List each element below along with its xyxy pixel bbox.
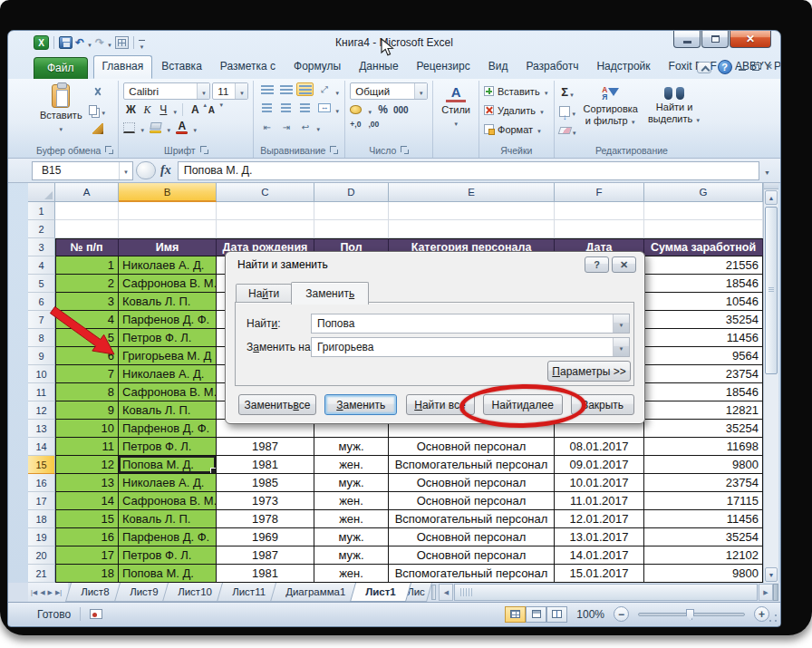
cell-G4[interactable]: 21556 [644, 256, 763, 275]
zoom-slider[interactable] [638, 613, 745, 616]
align-center-button[interactable] [277, 101, 295, 114]
cell-G9[interactable]: 9564 [644, 347, 763, 365]
page-layout-view-button[interactable] [526, 606, 546, 623]
italic-button[interactable]: К [140, 102, 154, 117]
row-header-5[interactable]: 5 [28, 275, 55, 293]
column-header-B[interactable]: B [119, 183, 217, 202]
cell-D19[interactable]: муж. [314, 528, 389, 546]
borders-icon[interactable] [123, 122, 135, 133]
help-icon[interactable] [718, 60, 732, 74]
column-header-G[interactable]: G [644, 183, 763, 202]
hscroll-right-icon[interactable] [759, 584, 773, 601]
row-header-17[interactable]: 17 [28, 492, 55, 510]
cell-E14[interactable]: Основной персонал [389, 438, 555, 456]
cell-B11[interactable]: Сафронова В. М. [119, 383, 217, 401]
dialog-close-button[interactable]: ✕ [612, 256, 636, 273]
cell-A1[interactable] [55, 202, 119, 220]
button-Найти все[interactable]: Найти все [406, 394, 475, 415]
tab-Надстройк[interactable]: Надстройк [587, 55, 659, 79]
wrap-text-button[interactable] [296, 119, 314, 132]
select-all-corner[interactable] [28, 183, 55, 202]
cell-D1[interactable] [314, 202, 389, 220]
tab-Рецензирс[interactable]: Рецензирс [408, 55, 479, 79]
tab-Вид[interactable]: Вид [479, 55, 517, 79]
row-header-2[interactable]: 2 [28, 220, 55, 238]
cell-A17[interactable]: 14 [55, 492, 119, 510]
horizontal-split-handle[interactable] [773, 584, 778, 601]
format-cells-button[interactable]: Формат [484, 121, 549, 138]
cell-B21[interactable]: Попова М. Д. [119, 565, 217, 583]
excel-logo-icon[interactable] [34, 35, 49, 50]
align-bottom-button[interactable] [296, 82, 314, 96]
cell-F14[interactable]: 08.01.2017 [555, 438, 644, 456]
cell-B16[interactable]: Николаев А. Д. [119, 474, 217, 492]
cell-A19[interactable]: 16 [55, 528, 119, 546]
cell-B18[interactable]: Коваль Л. П. [119, 510, 217, 528]
name-box[interactable]: B15 [32, 161, 133, 180]
underline-dropdown-icon[interactable] [172, 102, 178, 118]
zoom-level[interactable]: 100% [576, 608, 604, 621]
cell-C19[interactable]: 1969 [217, 528, 314, 546]
fill-button[interactable] [559, 103, 577, 119]
styles-button[interactable]: А Стили [438, 82, 474, 130]
cell-B6[interactable]: Коваль Л. П. [119, 293, 217, 311]
row-header-3[interactable]: 3 [28, 238, 55, 256]
cell-F17[interactable]: 11.01.2017 [555, 492, 644, 510]
cell-G11[interactable]: 18546 [644, 383, 763, 401]
row-header-15[interactable]: 15 [28, 456, 55, 474]
underline-button[interactable]: Ч [156, 102, 170, 117]
cell-C21[interactable]: 1981 [217, 565, 314, 583]
mini-close-icon[interactable] [766, 63, 773, 72]
merge-center-button[interactable] [315, 101, 333, 114]
column-header-D[interactable]: D [314, 183, 389, 202]
clipboard-dialog-launcher-icon[interactable] [105, 146, 113, 154]
row-header-4[interactable]: 4 [28, 256, 55, 275]
row-header-16[interactable]: 16 [28, 474, 55, 492]
vertical-scroll-thumb[interactable] [765, 207, 778, 374]
toolbar-dropdown-icon[interactable] [139, 37, 145, 49]
cell-G12[interactable]: 12821 [644, 401, 763, 420]
horizontal-scroll-thumb[interactable] [454, 584, 758, 601]
cell-G8[interactable]: 11456 [644, 329, 763, 347]
cell-B8[interactable]: Петров Ф. Л. [119, 329, 217, 347]
shrink-font-button[interactable]: А▼ [204, 102, 218, 117]
paste-button[interactable]: Вставить [36, 82, 86, 136]
minimize-button[interactable] [673, 31, 701, 48]
row-header-13[interactable]: 13 [28, 420, 55, 438]
button-Заменить[interactable]: Заменить [324, 394, 397, 415]
cell-F2[interactable] [555, 220, 644, 238]
cell-A5[interactable]: 2 [55, 275, 119, 293]
cell-B12[interactable]: Коваль Л. П. [119, 401, 217, 420]
font-name-combo[interactable]: Calibri [123, 82, 210, 100]
cell-F16[interactable]: 10.01.2017 [555, 474, 644, 492]
cell-E15[interactable]: Вспомогательный персонал [389, 456, 555, 474]
zoom-out-button[interactable]: − [614, 606, 629, 622]
cell-A14[interactable]: 11 [55, 438, 119, 456]
cell-E2[interactable] [389, 220, 555, 238]
page-break-view-button[interactable] [546, 606, 567, 623]
sheet-tab-Диаграмма1[interactable]: Диаграмма1 [270, 583, 361, 602]
cell-G2[interactable] [644, 220, 763, 238]
cell-B13[interactable]: Парфенов Д. Ф. [119, 420, 217, 438]
normal-view-button[interactable] [505, 606, 526, 623]
increase-decimal-button[interactable]: +,0 [350, 120, 361, 129]
cell-C16[interactable]: 1985 [217, 474, 314, 492]
table-tool-icon[interactable] [115, 36, 129, 49]
cell-A10[interactable]: 7 [55, 365, 119, 383]
cell-B2[interactable] [119, 220, 217, 238]
cell-A20[interactable]: 17 [55, 546, 119, 565]
save-icon[interactable] [59, 36, 72, 49]
cell-A21[interactable]: 18 [55, 565, 119, 583]
row-header-14[interactable]: 14 [28, 438, 55, 456]
cell-G14[interactable]: 11698 [644, 438, 763, 456]
column-header-E[interactable]: E [389, 183, 555, 202]
cell-G1[interactable] [644, 202, 763, 220]
number-format-combo[interactable]: Общий [350, 82, 428, 100]
cell-C15[interactable]: 1981 [217, 456, 314, 474]
cell-G13[interactable]: 35254 [644, 420, 763, 438]
align-left-button[interactable] [258, 101, 276, 114]
undo-icon[interactable]: ↶ [75, 36, 84, 49]
cell-F18[interactable]: 12.01.2017 [555, 510, 644, 528]
fill-color-button[interactable] [150, 122, 161, 133]
cell-G20[interactable]: 12102 [644, 546, 763, 565]
